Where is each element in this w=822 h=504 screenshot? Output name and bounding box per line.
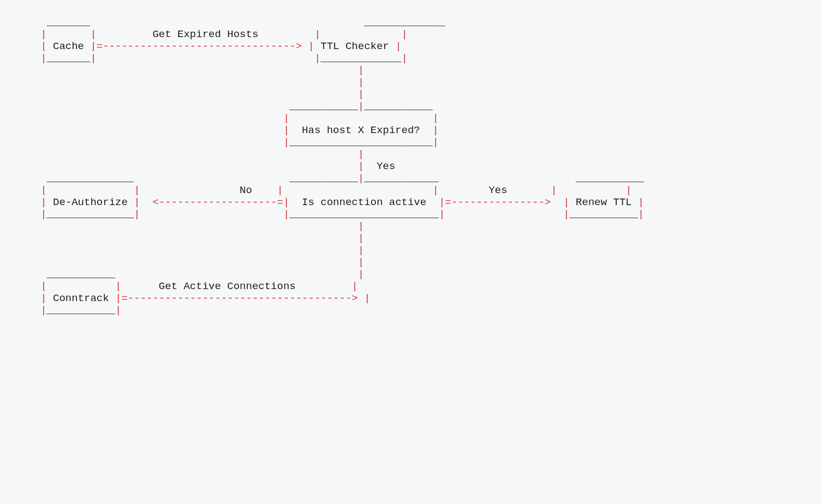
edge-label-no: No bbox=[240, 184, 252, 196]
edge-label-yes-2: Yes bbox=[489, 184, 507, 196]
node-has-expired: Has host X Expired? bbox=[302, 124, 420, 136]
node-cache: Cache bbox=[53, 40, 84, 52]
ascii-flow-diagram: _______ _____________ | | Get Expired Ho… bbox=[0, 0, 822, 333]
edge-label-get-active: Get Active Connections bbox=[159, 280, 296, 292]
edge-label-get-expired: Get Expired Hosts bbox=[152, 28, 258, 40]
edge-label-yes-1: Yes bbox=[377, 160, 395, 172]
node-renew-ttl: Renew TTL bbox=[576, 196, 632, 208]
node-deauthorize: De-Authorize bbox=[53, 196, 128, 208]
node-ttl-checker: TTL Checker bbox=[320, 40, 389, 52]
node-conntrack: Conntrack bbox=[53, 292, 109, 304]
node-is-active: Is connection active bbox=[302, 196, 426, 208]
